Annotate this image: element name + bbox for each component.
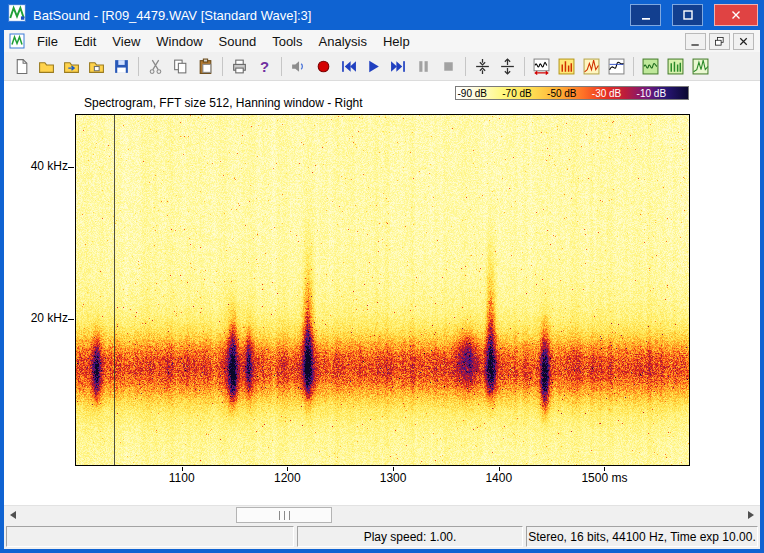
- forward-icon: [390, 58, 407, 75]
- listen-button[interactable]: [286, 54, 311, 78]
- copy-icon: [172, 58, 189, 75]
- menu-item-file[interactable]: File: [29, 32, 66, 51]
- save-icon: [113, 58, 130, 75]
- window-maximize-button[interactable]: [672, 4, 703, 26]
- print-button[interactable]: [227, 54, 252, 78]
- cut-icon: [147, 58, 164, 75]
- win-maximize-icon: [680, 7, 696, 23]
- menu-item-view[interactable]: View: [104, 32, 148, 51]
- app-icon: [8, 4, 26, 26]
- record-icon: [315, 58, 332, 75]
- colorbar-label: -70 dB: [502, 88, 531, 99]
- window-close-button[interactable]: [714, 4, 758, 26]
- x-tick-mark: [393, 467, 394, 471]
- pause-button[interactable]: [411, 54, 436, 78]
- play-icon: [365, 58, 382, 75]
- open-next-button[interactable]: [84, 54, 109, 78]
- x-tick-label: 1300: [358, 471, 428, 485]
- scroll-left-arrow-icon: [10, 511, 16, 519]
- menu-item-help[interactable]: Help: [375, 32, 418, 51]
- play-button[interactable]: [361, 54, 386, 78]
- new-file-button[interactable]: [9, 54, 34, 78]
- open-previous-button[interactable]: [59, 54, 84, 78]
- status-play-speed: Play speed: 1.00.: [297, 526, 523, 547]
- win-minimize-icon: [638, 7, 654, 23]
- minimize-icon: [689, 35, 702, 48]
- rewind-icon: [340, 58, 357, 75]
- spectrogram-canvas[interactable]: [76, 115, 689, 465]
- child-minimize-button[interactable]: [685, 33, 706, 50]
- menu-bar: FileEditViewWindowSoundToolsAnalysisHelp: [4, 30, 760, 52]
- x-tick-label: 1100: [147, 471, 217, 485]
- menu-item-window[interactable]: Window: [148, 32, 210, 51]
- child-restore-button[interactable]: [709, 33, 730, 50]
- app-window: BatSound - [R09_4479.WAV [Standard Wave]…: [0, 0, 764, 553]
- copy-button[interactable]: [168, 54, 193, 78]
- colorbar-label: -30 dB: [592, 88, 621, 99]
- scroll-right-button[interactable]: [743, 507, 759, 523]
- rt-spectrum-view-button[interactable]: [688, 54, 713, 78]
- combined-view-button[interactable]: [604, 54, 629, 78]
- print-icon: [231, 58, 248, 75]
- restore-icon: [713, 35, 726, 48]
- y-tick-label: 20 kHz: [10, 311, 68, 325]
- open-file-button[interactable]: [34, 54, 59, 78]
- stop-button[interactable]: [436, 54, 461, 78]
- svg-text:?: ?: [260, 58, 269, 74]
- scrollbar-thumb[interactable]: [236, 507, 332, 523]
- adjust-out-icon: [499, 58, 516, 75]
- spectrogram-view-button[interactable]: [554, 54, 579, 78]
- window-controls: [630, 4, 758, 26]
- menu-item-sound[interactable]: Sound: [211, 32, 265, 51]
- scroll-left-button[interactable]: [5, 507, 21, 523]
- record-button[interactable]: [311, 54, 336, 78]
- paste-icon: [197, 58, 214, 75]
- child-window-controls: [685, 33, 756, 50]
- save-file-button[interactable]: [109, 54, 134, 78]
- x-tick-mark: [604, 467, 605, 471]
- child-window-icon[interactable]: [9, 33, 25, 49]
- open-folder-arrow-icon: [63, 58, 80, 75]
- win-close-icon: [728, 7, 744, 23]
- x-tick-mark: [287, 467, 288, 471]
- menu-item-edit[interactable]: Edit: [66, 32, 104, 51]
- rt-oscillogram-icon: [642, 58, 659, 75]
- stop-icon: [440, 58, 457, 75]
- rt-spectrogram-view-button[interactable]: [663, 54, 688, 78]
- open-folder-doc-icon: [88, 58, 105, 75]
- listen-icon: [290, 58, 307, 75]
- menu-item-tools[interactable]: Tools: [264, 32, 310, 51]
- scroll-right-arrow-icon: [748, 511, 754, 519]
- toolbar-separator: [633, 57, 634, 76]
- adjust-in-button[interactable]: [470, 54, 495, 78]
- help-button[interactable]: ?: [252, 54, 277, 78]
- spectrum-view-icon: [583, 58, 600, 75]
- plot-frame: [75, 114, 690, 466]
- toolbar-separator: [281, 57, 282, 76]
- x-tick-mark: [499, 467, 500, 471]
- rt-spectrum-icon: [692, 58, 709, 75]
- window-minimize-button[interactable]: [630, 4, 661, 26]
- toolbar-separator: [465, 57, 466, 76]
- paste-button[interactable]: [193, 54, 218, 78]
- window-title: BatSound - [R09_4479.WAV [Standard Wave]…: [33, 8, 311, 23]
- rt-oscillogram-view-button[interactable]: [638, 54, 663, 78]
- toolbar-separator: [138, 57, 139, 76]
- go-to-end-button[interactable]: [386, 54, 411, 78]
- title-bar[interactable]: BatSound - [R09_4479.WAV [Standard Wave]…: [0, 0, 764, 30]
- y-tick-mark: [68, 167, 74, 168]
- oscillogram-view-button[interactable]: [529, 54, 554, 78]
- x-tick-label: 1500 ms: [569, 471, 639, 485]
- close-icon: [737, 35, 750, 48]
- y-tick-mark: [68, 319, 74, 320]
- cut-button[interactable]: [143, 54, 168, 78]
- status-format: Stereo, 16 bits, 44100 Hz, Time exp 10.0…: [526, 526, 758, 547]
- menu-item-analysis[interactable]: Analysis: [311, 32, 375, 51]
- adjust-out-button[interactable]: [495, 54, 520, 78]
- horizontal-scrollbar[interactable]: [4, 505, 760, 523]
- status-bar: Play speed: 1.00. Stereo, 16 bits, 44100…: [4, 523, 760, 549]
- go-to-start-button[interactable]: [336, 54, 361, 78]
- child-close-button[interactable]: [733, 33, 754, 50]
- spectrogram-panel: -90 dB-70 dB-50 dB-30 dB-10 dB Spectrogr…: [4, 81, 760, 505]
- spectrum-view-button[interactable]: [579, 54, 604, 78]
